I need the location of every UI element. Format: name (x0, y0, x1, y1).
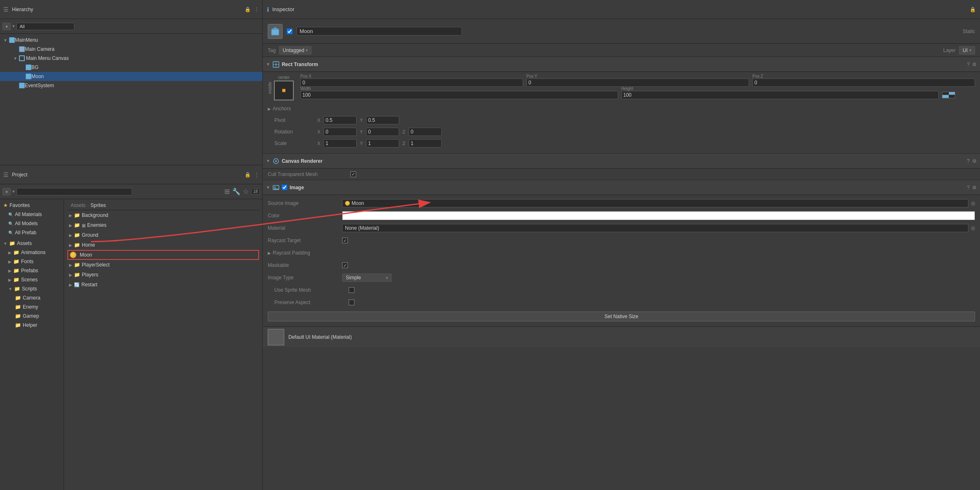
canvas-settings-icon[interactable]: ⚙ (972, 158, 977, 164)
sidebar-item-all-models[interactable]: 🔍 All Models (0, 219, 64, 228)
sidebar-assets-header[interactable]: ▼ 📁 Assets (0, 239, 64, 248)
rect-settings-icon[interactable]: ⚙ (972, 62, 977, 67)
sidebar-item-camera-scripts[interactable]: 📁 Camera (0, 293, 64, 302)
sidebar-item-scripts[interactable]: ▼ 📁 Scripts (0, 284, 64, 293)
image-help-icon[interactable]: ? (967, 185, 970, 190)
rot-y-input[interactable] (366, 128, 399, 136)
folder-icon-fonts: 📁 (13, 259, 19, 264)
file-row-restart[interactable]: ▶ 🔄 Restart (67, 280, 259, 290)
project-icon-c[interactable]: ☆ (243, 188, 249, 195)
rot-x-input[interactable] (323, 128, 357, 136)
raycast-target-checkbox[interactable] (342, 238, 348, 243)
layer-dropdown[interactable]: UI ▾ (959, 46, 975, 55)
pivot-y-input[interactable] (366, 116, 399, 124)
file-row-ground[interactable]: ▶ 📁 Ground (67, 230, 259, 240)
file-row-enemies[interactable]: ▶ 📁 ▦ Enemies (67, 220, 259, 230)
sidebar-item-gamep-scripts[interactable]: 📁 Gamep (0, 312, 64, 321)
sidebar-item-scenes[interactable]: ▶ 📁 Scenes (0, 275, 64, 284)
cull-transparent-checkbox[interactable] (350, 171, 356, 177)
hierarchy-kebab-icon[interactable]: ⋮ (254, 7, 259, 12)
project-kebab-icon[interactable]: ⋮ (254, 172, 259, 178)
rot-z-input[interactable] (409, 128, 442, 136)
use-sprite-mesh-checkbox[interactable] (349, 287, 354, 293)
project-add-dropdown[interactable]: ▾ (12, 189, 15, 194)
anchors-collapse[interactable]: ▶ (268, 107, 271, 111)
project-icon-b[interactable]: 🔧 (232, 188, 240, 195)
folder-icon-restart: 🔄 (74, 282, 80, 288)
pos-xyz-row: Pos X Pos Y Pos Z (300, 75, 975, 85)
set-native-size-button[interactable]: Set Native Size (268, 312, 975, 321)
tree-item-mainmenu[interactable]: ▼ MainMenu (0, 36, 262, 45)
project-icon-a[interactable]: ⊞ (224, 188, 230, 195)
canvas-renderer-section-header[interactable]: ▼ Canvas Renderer ? ⚙ (263, 154, 980, 169)
pivot-x-input[interactable] (323, 116, 357, 124)
breadcrumb-sprites[interactable]: Sprites (90, 202, 106, 208)
svg-marker-12 (273, 188, 279, 190)
project-badge: 18 (251, 188, 260, 195)
hierarchy-lock-icon[interactable]: 🔒 (245, 7, 251, 12)
size-row: Width Height (300, 88, 975, 98)
scale-x-input[interactable] (323, 139, 357, 147)
source-image-picker-icon[interactable]: ◎ (971, 200, 975, 206)
hierarchy-search-input[interactable] (17, 23, 74, 30)
project-menu-icon: ☰ (3, 171, 9, 178)
color-swatch[interactable] (342, 211, 975, 220)
source-image-field[interactable]: Moon (342, 199, 968, 207)
material-picker-icon[interactable]: ◎ (971, 225, 975, 231)
file-row-background[interactable]: ▶ 📁 Background (67, 210, 259, 220)
inspector-lock-icon[interactable]: 🔒 (970, 7, 976, 12)
sidebar-item-prefabs[interactable]: ▶ 📁 Prefabs (0, 266, 64, 275)
sidebar-item-animations[interactable]: ▶ 📁 Animations (0, 248, 64, 257)
raycast-padding-collapse[interactable]: ▶ (268, 251, 271, 255)
tree-item-moon[interactable]: Moon (0, 72, 262, 81)
project-add-button[interactable]: + (2, 188, 11, 195)
rect-transform-section-header[interactable]: ▼ Rect Transform ? ⚙ (263, 57, 980, 72)
color-label: Color (268, 213, 342, 219)
file-label-players: Players (82, 272, 98, 278)
source-image-label: Source Image (268, 200, 342, 206)
pos-y-input[interactable] (526, 78, 749, 87)
sidebar-favorites-header[interactable]: ★ Favorites (0, 201, 64, 210)
file-row-moon[interactable]: Moon (67, 250, 259, 260)
constrain-proportions-icon[interactable] (942, 92, 955, 98)
pos-z-input[interactable] (752, 78, 975, 87)
raycast-target-label: Raycast Target (268, 238, 342, 243)
object-enabled-checkbox[interactable] (287, 29, 293, 34)
tree-item-canvas[interactable]: ▼ Main Menu Canvas (0, 54, 262, 63)
hierarchy-add-dropdown[interactable]: ▾ (12, 24, 15, 29)
tree-item-bg[interactable]: BG (0, 63, 262, 72)
image-section-header[interactable]: ▼ Image ? ⚙ (263, 180, 980, 195)
pos-fields-group: Pos X Pos Y Pos Z (300, 75, 975, 100)
maskable-checkbox[interactable] (342, 262, 348, 268)
sidebar-item-all-prefab[interactable]: 🔍 All Prefab (0, 228, 64, 237)
file-row-home[interactable]: ▶ 📁 Home (67, 240, 259, 250)
sidebar-item-fonts[interactable]: ▶ 📁 Fonts (0, 257, 64, 266)
project-lock-icon[interactable]: 🔒 (245, 172, 251, 178)
file-row-players[interactable]: ▶ 📁 Players (67, 270, 259, 280)
image-type-dropdown[interactable]: Simple ▾ (342, 274, 392, 282)
tree-item-eventsystem[interactable]: EventSystem (0, 81, 262, 90)
rect-help-icon[interactable]: ? (967, 62, 970, 67)
sidebar-item-helper-scripts[interactable]: 📁 Helper (0, 321, 64, 330)
file-row-playerselect[interactable]: ▶ 📁 PlayerSelect (67, 260, 259, 270)
image-settings-icon[interactable]: ⚙ (972, 185, 977, 190)
pos-x-input[interactable] (300, 78, 523, 87)
scale-z-input[interactable] (409, 139, 442, 147)
project-search-input[interactable] (17, 188, 132, 195)
canvas-help-icon[interactable]: ? (967, 158, 970, 164)
scale-y-input[interactable] (366, 139, 399, 147)
hierarchy-add-button[interactable]: + (2, 23, 11, 30)
sidebar-item-enemy-scripts[interactable]: 📁 Enemy (0, 302, 64, 312)
anchor-box[interactable] (274, 81, 294, 100)
width-input[interactable] (300, 91, 618, 99)
material-field[interactable]: None (Material) (342, 224, 968, 232)
image-enabled-checkbox[interactable] (282, 185, 287, 190)
tag-dropdown[interactable]: Untagged ▾ (279, 46, 312, 55)
preserve-aspect-checkbox[interactable] (349, 300, 354, 305)
inspector-info-icon: ℹ (267, 6, 269, 13)
tree-item-maincamera[interactable]: Main Camera (0, 45, 262, 54)
sidebar-item-all-materials[interactable]: 🔍 All Materials (0, 210, 64, 219)
height-input[interactable] (621, 91, 939, 99)
object-name-field[interactable] (297, 27, 462, 36)
breadcrumb-assets[interactable]: Assets (71, 202, 86, 208)
